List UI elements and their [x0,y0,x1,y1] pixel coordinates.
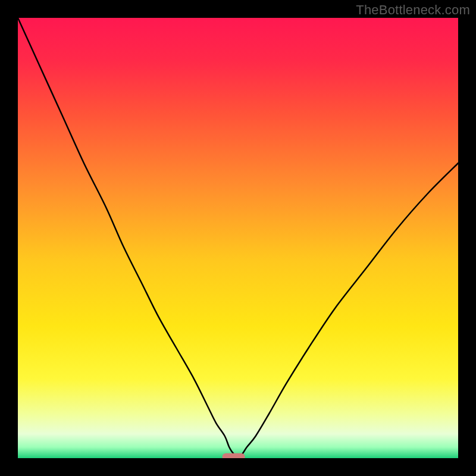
optimal-marker [223,453,245,458]
watermark-text: TheBottleneck.com [356,2,470,18]
bottleneck-chart [18,18,458,458]
chart-frame: TheBottleneck.com [0,0,476,476]
plot-background [18,18,458,458]
